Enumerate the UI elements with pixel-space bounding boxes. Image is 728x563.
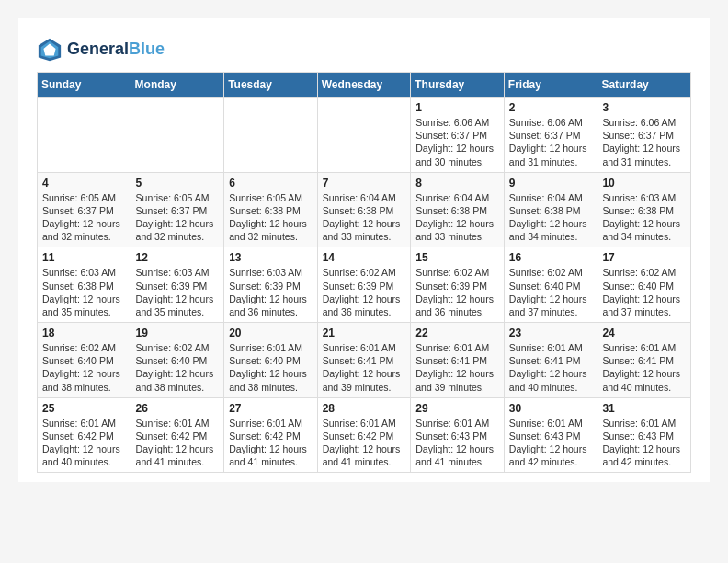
day-info: Sunrise: 6:01 AMSunset: 6:42 PMDaylight:… xyxy=(136,417,220,469)
calendar-cell: 25Sunrise: 6:01 AMSunset: 6:42 PMDayligh… xyxy=(38,397,131,473)
day-info: Sunrise: 6:03 AMSunset: 6:38 PMDaylight:… xyxy=(42,266,126,318)
calendar-cell: 22Sunrise: 6:01 AMSunset: 6:41 PMDayligh… xyxy=(411,323,505,398)
calendar-header-saturday: Saturday xyxy=(597,73,691,98)
calendar-week-4: 18Sunrise: 6:02 AMSunset: 6:40 PMDayligh… xyxy=(38,323,691,398)
day-info: Sunrise: 6:04 AMSunset: 6:38 PMDaylight:… xyxy=(415,191,499,244)
day-number: 29 xyxy=(415,402,499,415)
day-number: 22 xyxy=(415,327,499,339)
calendar-cell: 7Sunrise: 6:04 AMSunset: 6:38 PMDaylight… xyxy=(317,172,411,247)
calendar-cell: 4Sunrise: 6:05 AMSunset: 6:37 PMDaylight… xyxy=(38,172,131,247)
day-info: Sunrise: 6:02 AMSunset: 6:39 PMDaylight:… xyxy=(415,266,499,318)
day-number: 28 xyxy=(323,402,406,415)
calendar-cell xyxy=(131,98,224,173)
day-info: Sunrise: 6:05 AMSunset: 6:37 PMDaylight:… xyxy=(42,191,126,244)
logo: GeneralBlue xyxy=(37,37,165,63)
day-info: Sunrise: 6:03 AMSunset: 6:38 PMDaylight:… xyxy=(602,191,686,244)
day-info: Sunrise: 6:01 AMSunset: 6:41 PMDaylight:… xyxy=(415,341,499,394)
day-number: 12 xyxy=(136,251,220,264)
day-info: Sunrise: 6:03 AMSunset: 6:39 PMDaylight:… xyxy=(229,266,313,318)
calendar-week-5: 25Sunrise: 6:01 AMSunset: 6:42 PMDayligh… xyxy=(38,397,691,473)
calendar-cell: 11Sunrise: 6:03 AMSunset: 6:38 PMDayligh… xyxy=(38,247,131,323)
calendar-cell: 8Sunrise: 6:04 AMSunset: 6:38 PMDaylight… xyxy=(411,172,505,247)
calendar-cell: 12Sunrise: 6:03 AMSunset: 6:39 PMDayligh… xyxy=(131,247,224,323)
calendar-header-monday: Monday xyxy=(131,73,224,98)
day-number: 5 xyxy=(136,177,220,190)
main-container: GeneralBlue SundayMondayTuesdayWednesday… xyxy=(18,18,710,482)
calendar-cell: 29Sunrise: 6:01 AMSunset: 6:43 PMDayligh… xyxy=(411,397,505,473)
day-number: 27 xyxy=(229,402,313,415)
day-number: 17 xyxy=(602,251,686,264)
day-info: Sunrise: 6:01 AMSunset: 6:42 PMDaylight:… xyxy=(229,417,313,469)
calendar-week-2: 4Sunrise: 6:05 AMSunset: 6:37 PMDaylight… xyxy=(38,172,691,247)
day-number: 25 xyxy=(42,402,126,415)
calendar-header-wednesday: Wednesday xyxy=(317,73,411,98)
day-info: Sunrise: 6:01 AMSunset: 6:40 PMDaylight:… xyxy=(229,341,313,394)
calendar-cell: 26Sunrise: 6:01 AMSunset: 6:42 PMDayligh… xyxy=(131,397,224,473)
calendar-cell: 18Sunrise: 6:02 AMSunset: 6:40 PMDayligh… xyxy=(38,323,131,398)
day-number: 31 xyxy=(602,402,686,415)
calendar-cell: 30Sunrise: 6:01 AMSunset: 6:43 PMDayligh… xyxy=(504,397,597,473)
calendar-cell: 24Sunrise: 6:01 AMSunset: 6:41 PMDayligh… xyxy=(597,323,691,398)
calendar-cell: 28Sunrise: 6:01 AMSunset: 6:42 PMDayligh… xyxy=(317,397,411,473)
day-info: Sunrise: 6:05 AMSunset: 6:38 PMDaylight:… xyxy=(229,191,313,244)
calendar-cell xyxy=(317,98,411,173)
calendar-week-3: 11Sunrise: 6:03 AMSunset: 6:38 PMDayligh… xyxy=(38,247,691,323)
calendar-header-thursday: Thursday xyxy=(411,73,505,98)
day-info: Sunrise: 6:06 AMSunset: 6:37 PMDaylight:… xyxy=(415,116,499,168)
calendar-cell: 17Sunrise: 6:02 AMSunset: 6:40 PMDayligh… xyxy=(597,247,691,323)
calendar-cell: 15Sunrise: 6:02 AMSunset: 6:39 PMDayligh… xyxy=(411,247,505,323)
day-number: 21 xyxy=(323,327,406,339)
day-info: Sunrise: 6:03 AMSunset: 6:39 PMDaylight:… xyxy=(136,266,220,318)
calendar-cell: 10Sunrise: 6:03 AMSunset: 6:38 PMDayligh… xyxy=(597,172,691,247)
day-number: 10 xyxy=(602,177,686,190)
calendar-cell: 19Sunrise: 6:02 AMSunset: 6:40 PMDayligh… xyxy=(131,323,224,398)
day-info: Sunrise: 6:01 AMSunset: 6:41 PMDaylight:… xyxy=(509,341,593,394)
calendar-header-friday: Friday xyxy=(504,73,597,98)
calendar-header-row: SundayMondayTuesdayWednesdayThursdayFrid… xyxy=(38,73,691,98)
day-info: Sunrise: 6:01 AMSunset: 6:43 PMDaylight:… xyxy=(602,417,686,469)
calendar-cell: 2Sunrise: 6:06 AMSunset: 6:37 PMDaylight… xyxy=(504,98,597,173)
day-number: 6 xyxy=(229,177,313,190)
day-info: Sunrise: 6:04 AMSunset: 6:38 PMDaylight:… xyxy=(323,191,406,244)
day-info: Sunrise: 6:02 AMSunset: 6:40 PMDaylight:… xyxy=(42,341,126,394)
day-info: Sunrise: 6:01 AMSunset: 6:42 PMDaylight:… xyxy=(42,417,126,469)
header: GeneralBlue xyxy=(37,37,691,63)
day-info: Sunrise: 6:01 AMSunset: 6:42 PMDaylight:… xyxy=(323,417,406,469)
day-number: 30 xyxy=(509,402,593,415)
calendar-cell: 31Sunrise: 6:01 AMSunset: 6:43 PMDayligh… xyxy=(597,397,691,473)
day-info: Sunrise: 6:02 AMSunset: 6:40 PMDaylight:… xyxy=(602,266,686,318)
day-number: 2 xyxy=(509,101,593,114)
day-number: 8 xyxy=(415,177,499,190)
day-number: 16 xyxy=(509,251,593,264)
day-info: Sunrise: 6:01 AMSunset: 6:41 PMDaylight:… xyxy=(323,341,406,394)
day-number: 26 xyxy=(136,402,220,415)
day-info: Sunrise: 6:06 AMSunset: 6:37 PMDaylight:… xyxy=(602,116,686,168)
day-info: Sunrise: 6:02 AMSunset: 6:40 PMDaylight:… xyxy=(509,266,593,318)
calendar-week-1: 1Sunrise: 6:06 AMSunset: 6:37 PMDaylight… xyxy=(38,98,691,173)
calendar-table: SundayMondayTuesdayWednesdayThursdayFrid… xyxy=(37,72,691,473)
day-number: 3 xyxy=(602,101,686,114)
day-info: Sunrise: 6:01 AMSunset: 6:43 PMDaylight:… xyxy=(509,417,593,469)
day-info: Sunrise: 6:02 AMSunset: 6:40 PMDaylight:… xyxy=(136,341,220,394)
day-number: 24 xyxy=(602,327,686,339)
day-info: Sunrise: 6:01 AMSunset: 6:41 PMDaylight:… xyxy=(602,341,686,394)
day-number: 1 xyxy=(415,101,499,114)
day-number: 23 xyxy=(509,327,593,339)
day-info: Sunrise: 6:02 AMSunset: 6:39 PMDaylight:… xyxy=(323,266,406,318)
logo-text: GeneralBlue xyxy=(67,40,165,59)
day-info: Sunrise: 6:01 AMSunset: 6:43 PMDaylight:… xyxy=(415,417,499,469)
calendar-cell xyxy=(38,98,131,173)
day-number: 14 xyxy=(323,251,406,264)
calendar-cell: 23Sunrise: 6:01 AMSunset: 6:41 PMDayligh… xyxy=(504,323,597,398)
calendar-cell: 9Sunrise: 6:04 AMSunset: 6:38 PMDaylight… xyxy=(504,172,597,247)
calendar-cell: 5Sunrise: 6:05 AMSunset: 6:37 PMDaylight… xyxy=(131,172,224,247)
calendar-cell: 20Sunrise: 6:01 AMSunset: 6:40 PMDayligh… xyxy=(224,323,318,398)
day-number: 11 xyxy=(42,251,126,264)
day-info: Sunrise: 6:06 AMSunset: 6:37 PMDaylight:… xyxy=(509,116,593,168)
calendar-cell: 14Sunrise: 6:02 AMSunset: 6:39 PMDayligh… xyxy=(317,247,411,323)
day-number: 15 xyxy=(415,251,499,264)
calendar-cell: 1Sunrise: 6:06 AMSunset: 6:37 PMDaylight… xyxy=(411,98,505,173)
calendar-cell: 6Sunrise: 6:05 AMSunset: 6:38 PMDaylight… xyxy=(224,172,318,247)
day-number: 13 xyxy=(229,251,313,264)
day-number: 4 xyxy=(42,177,126,190)
